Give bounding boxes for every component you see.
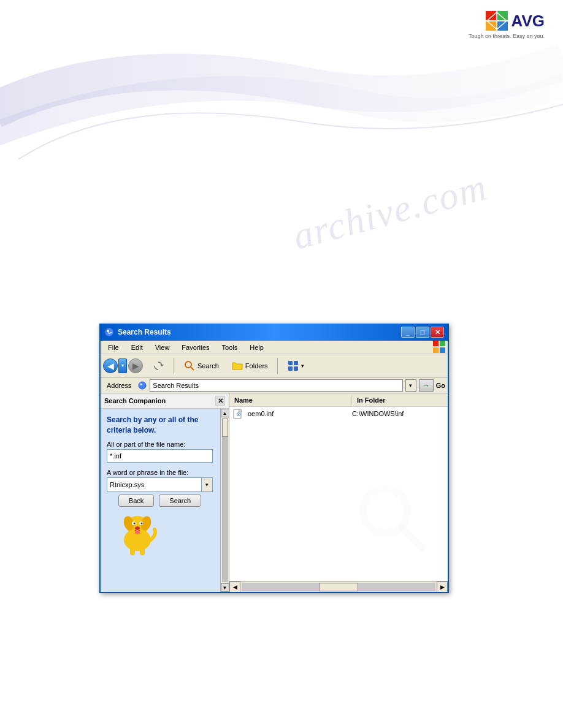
menu-view[interactable]: View: [150, 343, 175, 352]
menu-edit[interactable]: Edit: [126, 343, 148, 352]
dialog-title: Search Results: [118, 328, 401, 336]
search-panel-close[interactable]: ✕: [215, 396, 225, 406]
folders-button-label: Folders: [245, 362, 268, 370]
background-curves: [0, 0, 563, 172]
phrase-input-wrap: ▾: [107, 477, 213, 492]
svg-point-34: [238, 414, 239, 415]
address-input-wrap[interactable]: [150, 379, 402, 392]
title-bar-icon: [104, 327, 114, 337]
svg-rect-2: [486, 21, 496, 31]
toolbar-separator-2: [277, 358, 278, 374]
svg-rect-14: [294, 361, 298, 365]
toolbar-separator-1: [174, 358, 174, 374]
svg-rect-0: [486, 11, 496, 20]
address-bar: Address ▾ → Go: [101, 377, 448, 393]
menu-tools[interactable]: Tools: [217, 343, 243, 352]
search-panel-header: Search Companion ✕: [101, 393, 229, 409]
xp-flag-icon: [433, 341, 445, 353]
filename-label: All or part of the file name:: [107, 441, 213, 448]
file-folder: C:\WINDOWS\inf: [352, 410, 445, 417]
search-button[interactable]: Search: [178, 357, 224, 374]
phrase-input[interactable]: [107, 478, 201, 491]
file-row[interactable]: oem0.inf C:\WINDOWS\inf: [229, 407, 448, 420]
close-button[interactable]: ✕: [431, 327, 444, 338]
folders-icon: [231, 360, 243, 372]
scroll-right-button[interactable]: ▶: [437, 582, 448, 593]
watermark-text: archive.com: [288, 165, 492, 259]
address-dropdown[interactable]: ▾: [405, 379, 416, 392]
svg-rect-7: [433, 341, 439, 346]
svg-rect-29: [130, 547, 135, 555]
search-results-dialog: Search Results _ □ ✕ File Edit View Favo…: [99, 324, 449, 593]
scroll-track: [222, 419, 228, 582]
svg-rect-16: [294, 366, 298, 371]
search-icon: [183, 360, 196, 372]
svg-point-6: [107, 330, 109, 332]
dog-mascot-svg: [113, 506, 162, 555]
address-bar-icon: [137, 381, 147, 390]
menu-file[interactable]: File: [103, 343, 124, 352]
phrase-label: A word or phrase in the file:: [107, 469, 213, 476]
back-dropdown[interactable]: ▾: [118, 358, 127, 373]
search-buttons: Back Search: [107, 495, 213, 507]
main-content: Search Companion ✕ ▲ ▼ Search by any or …: [101, 393, 448, 592]
scroll-down-button[interactable]: ▼: [221, 583, 229, 592]
column-folder[interactable]: In Folder: [352, 395, 448, 405]
menu-favorites[interactable]: Favorites: [177, 343, 214, 352]
scroll-up-button[interactable]: ▲: [221, 409, 229, 417]
avg-tagline: Tough on threats. Easy on you.: [469, 33, 545, 39]
horizontal-scrollbar: ◀ ▶: [229, 581, 448, 592]
back-button[interactable]: Back: [118, 495, 154, 507]
search-criteria-title: Search by any or all of the criteria bel…: [107, 415, 213, 436]
svg-rect-10: [440, 347, 445, 353]
column-name[interactable]: Name: [229, 395, 352, 405]
forward-button[interactable]: ▶: [128, 358, 143, 373]
svg-rect-9: [433, 347, 439, 353]
file-list-header: Name In Folder: [229, 393, 448, 407]
refresh-button[interactable]: [147, 357, 170, 374]
avg-brand-text: AVG: [511, 12, 545, 31]
svg-rect-1: [497, 11, 508, 20]
folders-button[interactable]: Folders: [226, 357, 274, 374]
svg-point-17: [139, 382, 146, 389]
file-list: oem0.inf C:\WINDOWS\inf: [229, 407, 448, 581]
scroll-thumb: [222, 419, 228, 437]
dog-mascot: [113, 506, 162, 555]
svg-rect-30: [140, 547, 145, 555]
search-button-label: Search: [197, 362, 219, 370]
maximize-button[interactable]: □: [416, 327, 429, 338]
svg-rect-8: [440, 341, 445, 346]
svg-point-11: [185, 362, 191, 368]
title-bar-buttons: _ □ ✕: [401, 327, 444, 338]
svg-point-5: [105, 328, 113, 336]
svg-rect-13: [288, 361, 293, 365]
views-button[interactable]: ▾: [282, 357, 310, 374]
go-arrow-button[interactable]: →: [419, 379, 434, 392]
svg-rect-15: [288, 366, 293, 371]
svg-line-38: [402, 528, 422, 548]
avg-logo-icon: [486, 11, 508, 31]
back-main-button[interactable]: ◀: [103, 358, 118, 373]
scroll-left-button[interactable]: ◀: [229, 582, 240, 593]
svg-line-12: [191, 367, 194, 370]
search-panel-body: ▲ ▼ Search by any or all of the criteria…: [101, 409, 229, 592]
back-button-group[interactable]: ◀ ▾: [103, 358, 127, 373]
toolbar: ◀ ▾ ▶ Search Folders: [101, 354, 448, 377]
minimize-button[interactable]: _: [401, 327, 415, 338]
phrase-dropdown[interactable]: ▾: [201, 478, 212, 491]
menu-bar: File Edit View Favorites Tools Help: [101, 341, 448, 354]
menu-help[interactable]: Help: [245, 343, 269, 352]
title-bar: Search Results _ □ ✕: [101, 324, 448, 341]
address-label: Address: [103, 382, 135, 389]
svg-point-26: [141, 523, 143, 525]
search-panel-scrollbar[interactable]: ▲ ▼: [220, 409, 229, 592]
address-input[interactable]: [153, 382, 399, 389]
filename-input[interactable]: [107, 449, 213, 463]
search-execute-button[interactable]: Search: [159, 495, 201, 507]
refresh-icon: [152, 360, 164, 372]
inf-file-icon: [233, 408, 244, 419]
search-watermark-icon: [356, 482, 429, 555]
scroll-horizontal-thumb: [319, 583, 358, 591]
file-icon: [232, 407, 245, 420]
scroll-horizontal-track: [242, 583, 435, 591]
